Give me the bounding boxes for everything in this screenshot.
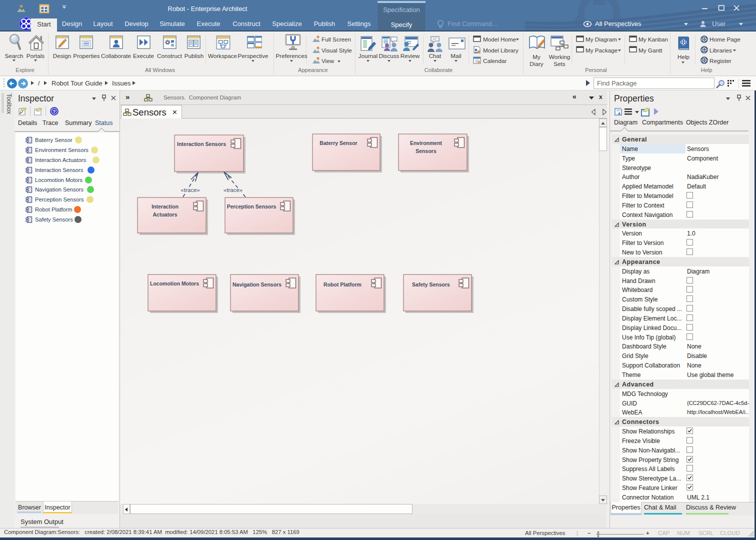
svg-text:Baterry Sensor: Baterry Sensor (35, 137, 72, 143)
svg-text:Interaction: Interaction (152, 204, 178, 210)
svg-text:Safety Sensors: Safety Sensors (35, 216, 73, 222)
svg-text:?: ? (53, 108, 56, 114)
svg-text:Navigation Sensors: Navigation Sensors (35, 186, 84, 192)
svg-text:Environment Sensors: Environment Sensors (35, 147, 88, 153)
svg-text:Robot Platform: Robot Platform (35, 206, 72, 212)
svg-text:Interaction Actuators: Interaction Actuators (35, 157, 86, 163)
svg-text:«trace»: «trace» (180, 187, 200, 193)
svg-text:Interaction Sensors: Interaction Sensors (35, 167, 84, 173)
svg-text:Locomotion Motors: Locomotion Motors (35, 177, 83, 183)
svg-text:Robot Platform: Robot Platform (324, 282, 362, 288)
svg-text:Locomotion Motors: Locomotion Motors (150, 280, 199, 286)
svg-text:Navigation Sensors: Navigation Sensors (232, 282, 282, 288)
svg-text:Actuators: Actuators (152, 212, 177, 218)
svg-text:Environment: Environment (410, 140, 442, 146)
svg-text:«trace»: «trace» (224, 187, 242, 193)
svg-text:Perception Sensors: Perception Sensors (227, 204, 276, 210)
svg-text:Safety Sensors: Safety Sensors (412, 282, 450, 288)
svg-text:Sensors: Sensors (416, 148, 436, 154)
svg-text:Baterry Sensor: Baterry Sensor (320, 140, 357, 146)
svg-text:Perception Sensors: Perception Sensors (35, 196, 84, 202)
svg-text:Interaction Sensors: Interaction Sensors (177, 141, 226, 147)
